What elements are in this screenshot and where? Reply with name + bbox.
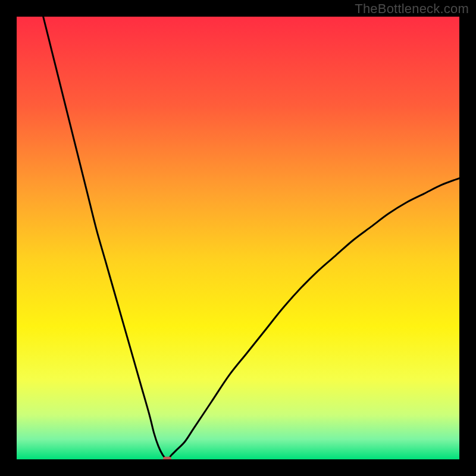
bottleneck-chart — [17, 17, 459, 459]
gradient-background — [17, 17, 459, 459]
attribution-text: TheBottleneck.com — [355, 1, 469, 17]
optimal-point-marker — [163, 457, 171, 460]
chart-frame: TheBottleneck.com — [0, 0, 476, 476]
